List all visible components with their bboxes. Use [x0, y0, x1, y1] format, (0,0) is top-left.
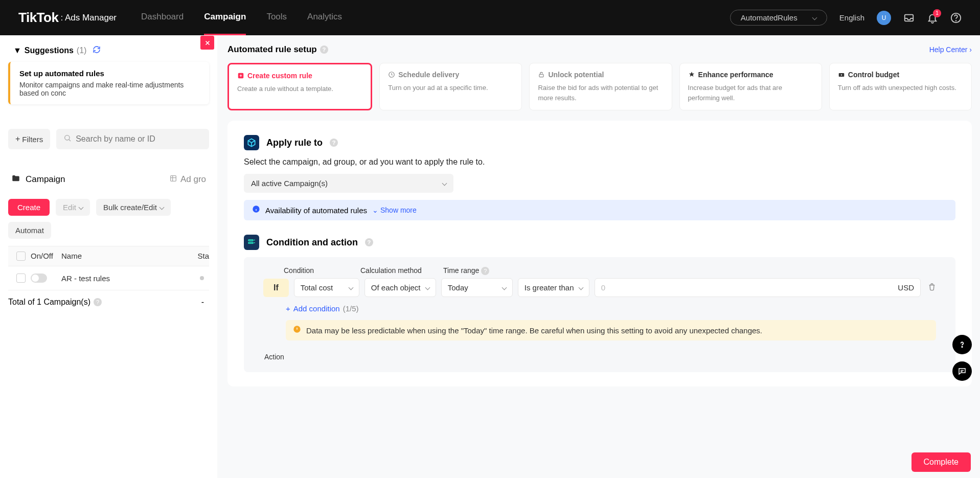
- help-center-link[interactable]: Help Center ›: [929, 45, 972, 54]
- help-fab[interactable]: [952, 335, 972, 354]
- template-control-budget[interactable]: Control budget Turn off ads with unexpec…: [829, 63, 972, 110]
- help-icon[interactable]: ?: [94, 298, 102, 306]
- search-input[interactable]: [76, 134, 202, 144]
- warning-banner: Data may be less predictable when using …: [286, 320, 936, 340]
- section-card: Apply rule to ? Select the campaign, ad …: [227, 121, 972, 386]
- action-label: Action: [264, 353, 936, 361]
- chat-fab[interactable]: [952, 361, 972, 381]
- svg-rect-11: [248, 240, 253, 241]
- warning-icon: [293, 325, 301, 335]
- apply-desc: Select the campaign, ad group, or ad you…: [244, 157, 955, 167]
- nav-analytics[interactable]: Analytics: [307, 12, 342, 24]
- svg-rect-7: [539, 74, 543, 77]
- svg-point-9: [841, 74, 842, 75]
- status-dot: [200, 276, 204, 280]
- template-schedule[interactable]: Schedule delivery Turn on your ad at a s…: [379, 63, 522, 110]
- floating-actions: [952, 335, 972, 381]
- condition-block: Condition Calculation method Time range …: [244, 257, 955, 372]
- campaign-tab-row: Campaign Ad gro: [8, 169, 209, 191]
- condition-select[interactable]: Total cost: [294, 278, 359, 297]
- info-icon: [252, 205, 260, 215]
- suggestion-title: Set up automated rules: [19, 69, 200, 78]
- avatar[interactable]: U: [877, 11, 891, 25]
- template-unlock[interactable]: Unlock potential Raise the bid for ads w…: [529, 63, 672, 110]
- row-name[interactable]: AR - test rules: [61, 274, 200, 283]
- filters-button[interactable]: +Filters: [8, 129, 50, 149]
- tab-campaign[interactable]: Campaign: [26, 174, 65, 185]
- main: ▼ Suggestions (1) Set up automated rules…: [0, 35, 980, 478]
- campaign-table: On/Off Name Sta AR - test rules Total of…: [8, 246, 209, 314]
- account-name: AutomatedRules: [741, 13, 797, 22]
- suggestion-desc: Monitor campaigns and make real-time adj…: [19, 81, 200, 97]
- row-checkbox[interactable]: [16, 274, 26, 283]
- row-toggle[interactable]: [31, 274, 47, 283]
- left-panel: ▼ Suggestions (1) Set up automated rules…: [0, 35, 217, 478]
- apply-title: Apply rule to ?: [244, 135, 955, 150]
- refresh-icon[interactable]: [93, 45, 101, 56]
- logo: TikTok: [18, 10, 58, 26]
- show-more-link[interactable]: ⌄ Show more: [372, 206, 417, 214]
- template-cards: Create custom rule Create a rule without…: [227, 63, 972, 110]
- operator-select[interactable]: Is greater than: [518, 278, 589, 297]
- automated-button[interactable]: Automat: [8, 222, 51, 239]
- tab-adgroup[interactable]: Ad gro: [169, 174, 206, 185]
- folder-icon: [11, 174, 20, 185]
- trash-icon[interactable]: [928, 283, 936, 293]
- chevron-down-icon: [442, 181, 447, 186]
- plus-icon: +: [286, 304, 290, 313]
- help-icon[interactable]: ?: [320, 45, 328, 54]
- plus-icon: [237, 72, 244, 79]
- chevron-down-icon: [78, 205, 83, 210]
- calc-select[interactable]: Of each object: [364, 278, 436, 297]
- clock-icon: [388, 71, 395, 78]
- help-icon[interactable]: ?: [365, 238, 373, 246]
- svg-point-2: [956, 20, 956, 21]
- help-icon[interactable]: ?: [330, 139, 338, 147]
- create-button[interactable]: Create: [8, 199, 50, 216]
- account-dropdown[interactable]: AutomatedRules: [730, 10, 827, 26]
- top-header: TikTok : Ads Manager Dashboard Campaign …: [0, 0, 980, 35]
- language-selector[interactable]: English: [839, 13, 864, 22]
- budget-icon: [838, 71, 845, 78]
- col-onoff: On/Off: [31, 252, 61, 261]
- chevron-right-icon: ›: [969, 45, 972, 54]
- panel-title: Automated rule setup ?: [227, 44, 328, 55]
- value-input[interactable]: 0 USD: [595, 278, 921, 297]
- cube-icon: [244, 135, 259, 150]
- logo-suffix: : Ads Manager: [60, 13, 117, 23]
- add-condition-link[interactable]: + Add condition (1/5): [286, 304, 936, 313]
- nav-tools[interactable]: Tools: [266, 12, 287, 24]
- nav-campaign[interactable]: Campaign: [204, 12, 246, 24]
- time-select[interactable]: Today: [441, 278, 513, 297]
- apply-select[interactable]: All active Campaign(s): [244, 174, 453, 193]
- availability-banner: Availability of automated rules ⌄ Show m…: [244, 200, 955, 220]
- help-icon[interactable]: [950, 12, 962, 24]
- select-all-checkbox[interactable]: [16, 252, 26, 261]
- header-right: AutomatedRules English U 1: [730, 10, 962, 26]
- cond-labels: Condition Calculation method Time range …: [284, 266, 936, 275]
- help-icon[interactable]: ?: [481, 267, 489, 275]
- template-create-custom[interactable]: Create custom rule Create a rule without…: [227, 63, 372, 110]
- panel-header: Automated rule setup ? Help Center ›: [227, 44, 972, 55]
- inbox-icon[interactable]: [903, 12, 915, 24]
- close-panel-button[interactable]: [200, 36, 214, 50]
- complete-button[interactable]: Complete: [911, 452, 971, 472]
- table-row: AR - test rules: [8, 266, 209, 290]
- double-chevron-icon: ⌄: [372, 206, 378, 214]
- edit-button[interactable]: Edit: [56, 199, 90, 216]
- unlock-icon: [538, 71, 545, 78]
- right-panel: Automated rule setup ? Help Center › Cre…: [217, 35, 980, 478]
- nav-dashboard[interactable]: Dashboard: [141, 12, 184, 24]
- chevron-down-icon: [502, 285, 507, 290]
- template-enhance[interactable]: Enhance performance Increase budget for …: [679, 63, 822, 110]
- star-icon: [688, 71, 695, 78]
- chevron-down-icon: [812, 15, 817, 20]
- chevron-down-icon: [348, 285, 353, 290]
- table-header: On/Off Name Sta: [8, 246, 209, 266]
- svg-point-3: [65, 135, 70, 140]
- bell-icon[interactable]: 1: [927, 12, 938, 24]
- condition-icon: [244, 235, 259, 250]
- bulk-button[interactable]: Bulk create/Edit: [96, 199, 171, 216]
- action-buttons: Create Edit Bulk create/Edit Automat: [8, 199, 209, 239]
- suggestion-card[interactable]: Set up automated rules Monitor campaigns…: [8, 62, 209, 104]
